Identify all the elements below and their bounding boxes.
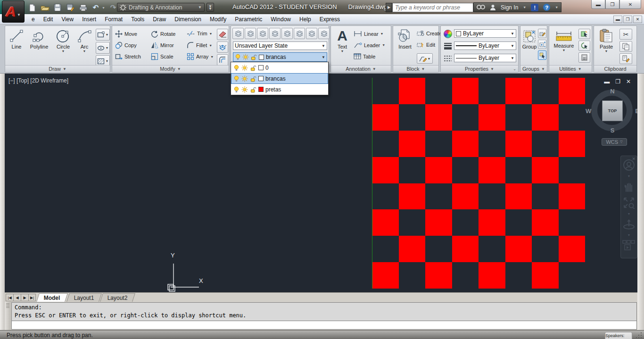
- annotation-panel-label[interactable]: Annotation▼: [331, 65, 391, 72]
- id-point-button[interactable]: [578, 41, 590, 51]
- board-cell[interactable]: [505, 183, 532, 210]
- lineweight-combo[interactable]: ByLayer ▼: [454, 41, 516, 50]
- board-cell[interactable]: [372, 157, 399, 183]
- menu-item-help[interactable]: Help: [295, 15, 315, 24]
- board-cell[interactable]: [479, 131, 505, 157]
- board-cell[interactable]: [505, 157, 532, 183]
- layer-tool-button-3[interactable]: [257, 28, 268, 39]
- board-cell[interactable]: [399, 157, 426, 183]
- board-cell[interactable]: [559, 157, 586, 183]
- board-cell[interactable]: [505, 78, 532, 104]
- board-cell[interactable]: [452, 209, 479, 236]
- viewcube-west[interactable]: W: [586, 107, 591, 115]
- scale-button[interactable]: Scale: [151, 53, 173, 60]
- layer-thaw-icon[interactable]: [241, 86, 248, 93]
- pan-hand-icon[interactable]: [623, 181, 635, 192]
- measure-button[interactable]: Measure ▼: [551, 30, 577, 51]
- board-cell[interactable]: [372, 78, 399, 104]
- board-cell[interactable]: [479, 236, 505, 262]
- linear-dropdown-arrow[interactable]: ▼: [380, 32, 384, 35]
- board-cell[interactable]: [532, 209, 559, 236]
- board-cell[interactable]: [452, 157, 479, 183]
- mirror-button[interactable]: Mirror: [151, 41, 174, 49]
- board-cell[interactable]: [479, 209, 505, 236]
- search-input[interactable]: [393, 3, 473, 12]
- board-cell[interactable]: [559, 104, 586, 131]
- group-edit-button[interactable]: [538, 29, 546, 38]
- groups-panel-label[interactable]: Groups▼: [520, 65, 547, 72]
- paste-dropdown-arrow[interactable]: ▼: [605, 50, 608, 52]
- properties-panel-label[interactable]: Properties▼⌄: [441, 65, 518, 72]
- utilities-panel-label[interactable]: Utilities▼: [549, 65, 592, 72]
- layer-tool-button-2[interactable]: [245, 28, 256, 39]
- next-tab-button[interactable]: ▶: [21, 294, 28, 301]
- layer-thaw-icon[interactable]: [241, 75, 248, 82]
- help-dropdown-arrow[interactable]: ▼: [555, 6, 558, 9]
- board-cell[interactable]: [479, 104, 505, 131]
- command-history[interactable]: Command: Press ESC or ENTER to exit, or …: [11, 302, 637, 321]
- group-button[interactable]: Group: [521, 30, 537, 50]
- dialog-launcher-icon[interactable]: ⌄: [513, 67, 516, 71]
- board-cell[interactable]: [452, 78, 479, 104]
- menu-item-draw[interactable]: Draw: [149, 15, 170, 24]
- board-cell[interactable]: [399, 104, 426, 131]
- undo-button[interactable]: ↶: [91, 3, 100, 12]
- redo-button[interactable]: ↷: [108, 3, 118, 12]
- open-button[interactable]: [40, 3, 50, 12]
- board-cell[interactable]: [372, 209, 399, 236]
- board-cell[interactable]: [505, 236, 532, 262]
- board-cell[interactable]: [532, 262, 559, 289]
- new-drawing-button[interactable]: [27, 3, 37, 12]
- help-icon[interactable]: ?: [543, 4, 550, 11]
- layer-list-item-0[interactable]: 0: [231, 62, 328, 73]
- menu-item-window[interactable]: Window: [266, 15, 295, 24]
- board-cell[interactable]: [532, 131, 559, 157]
- sign-in-dropdown-arrow[interactable]: ▼: [523, 6, 526, 9]
- doc-close-button[interactable]: ✕: [633, 16, 642, 23]
- layer-list-item-pretas[interactable]: pretas: [231, 84, 328, 95]
- board-cell[interactable]: [479, 262, 505, 289]
- board-cell[interactable]: [452, 183, 479, 210]
- quick-calc-button[interactable]: [578, 52, 590, 63]
- drawing-close-button[interactable]: ✕: [626, 78, 631, 85]
- linetype-icon[interactable]: [444, 55, 452, 62]
- board-cell[interactable]: [452, 131, 479, 157]
- layer-on-icon[interactable]: [233, 86, 239, 93]
- board-cell[interactable]: [479, 78, 505, 104]
- drawing-restore-button[interactable]: ❐: [615, 78, 620, 85]
- board-cell[interactable]: [425, 236, 452, 262]
- clipboard-panel-label[interactable]: Clipboard: [594, 65, 636, 72]
- layer-unlock-icon[interactable]: [250, 86, 256, 93]
- board-cell[interactable]: [399, 236, 426, 262]
- tab-layout2[interactable]: Layout2: [100, 293, 135, 302]
- text-button[interactable]: A Text ▼: [334, 29, 351, 52]
- viewcube-north[interactable]: N: [610, 88, 614, 95]
- board-cell[interactable]: [425, 209, 452, 236]
- tab-model[interactable]: Model: [36, 293, 68, 302]
- board-cell[interactable]: [505, 131, 532, 157]
- layer-thaw-icon[interactable]: [242, 54, 249, 60]
- drawing-minimize-button[interactable]: ▬: [604, 78, 610, 85]
- plot-button[interactable]: [78, 3, 88, 12]
- tab-layout1[interactable]: Layout1: [66, 293, 102, 302]
- match-properties-button[interactable]: [619, 53, 632, 64]
- command-input[interactable]: [11, 321, 637, 330]
- leader-dropdown-arrow[interactable]: ▼: [382, 43, 385, 47]
- board-cell[interactable]: [559, 236, 586, 262]
- board-cell[interactable]: [399, 209, 426, 236]
- window-minimize-button[interactable]: ▬: [591, 0, 605, 9]
- layer-list-item-brancas[interactable]: brancas: [231, 73, 328, 84]
- circle-dropdown-arrow[interactable]: ▼: [62, 50, 65, 52]
- board-cell[interactable]: [399, 78, 426, 104]
- attribute-button[interactable]: ▼: [417, 53, 433, 64]
- layer-on-icon[interactable]: [233, 65, 239, 71]
- layer-unlock-icon[interactable]: [250, 75, 256, 82]
- layer-on-icon[interactable]: [235, 54, 241, 60]
- window-close-button[interactable]: ✕: [619, 0, 641, 9]
- save-button[interactable]: [53, 3, 62, 12]
- viewport-controls-label[interactable]: [−] [Top] [2D Wireframe]: [8, 77, 68, 84]
- rectangle-button[interactable]: ▼: [96, 29, 110, 41]
- trim-button[interactable]: Trim▼: [187, 30, 213, 37]
- board-cell[interactable]: [452, 104, 479, 131]
- offset-button[interactable]: [217, 54, 228, 66]
